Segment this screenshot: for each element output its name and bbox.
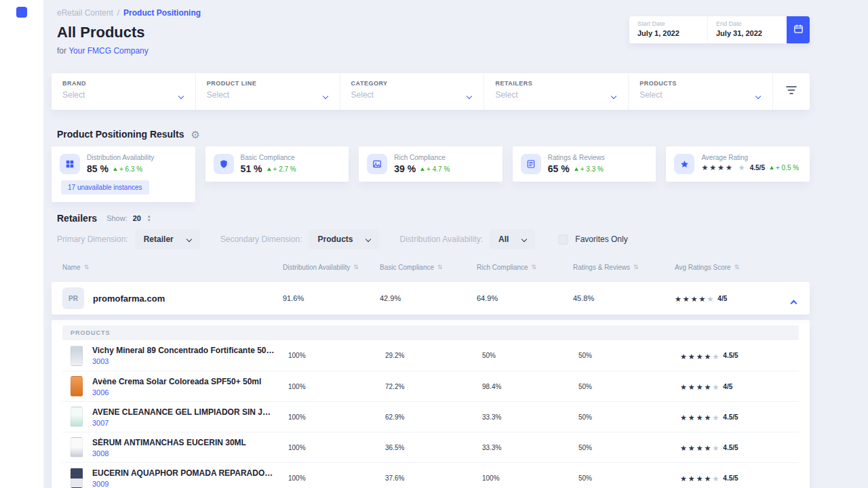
basic-compliance-value: 29.2% [380,352,477,359]
basic-compliance-value: 72.2% [380,383,477,390]
secondary-dimension-select[interactable]: Products [309,229,379,249]
end-date-field[interactable]: End Date July 31, 2022 [708,16,787,43]
chevron-down-icon [186,237,191,242]
star-rating: ★★★★ [680,383,712,391]
filter-products[interactable]: PRODUCTS Select [629,73,773,110]
filter-product-line[interactable]: PRODUCT LINE Select [196,73,340,110]
header-distribution-availability[interactable]: Distribution Availability⇅ [283,264,380,271]
kpi-average-rating: Average Rating ★★★★★ 4.5/5 + 0.5 % [666,146,810,182]
chevron-down-icon [323,89,328,101]
filter-retailers[interactable]: RETAILERS Select [484,73,629,110]
filter-value: Select [62,90,184,100]
left-rail [0,0,43,488]
product-cell: AVENE CLEANANCE GEL LIMPIADOR SIN JABÓN … [62,407,283,427]
rich-compliance-value: 64.9% [477,294,573,302]
basic-compliance-icon [214,154,234,174]
retailer-avatar: PR [62,287,84,309]
show-stepper[interactable]: ▴▾ [148,214,151,222]
favorites-only-label: Favorites Only [575,235,627,244]
gear-icon[interactable]: ⚙ [191,129,199,140]
avg-ratings-cell: ★★★★★ 4.5/5 [675,350,799,362]
filter-value: Select [351,90,473,100]
header-avg-ratings-score[interactable]: Avg Ratings Score⇅ [675,264,799,271]
ratings-reviews-icon [521,154,541,174]
table-header: Name⇅ Distribution Availability⇅ Basic C… [52,262,810,272]
filter-category[interactable]: CATEGORY Select [340,73,485,110]
kpi-distribution-availability: Distribution Availability 85 % + 6.3 % 1… [52,146,195,202]
star-empty: ★ [707,295,713,303]
end-date-value: July 31, 2022 [716,29,778,37]
breadcrumb-current[interactable]: Product Positioning [123,8,201,18]
product-name: EUCERIN AQUAPHOR POMADA REPARADORA 110GR [92,468,275,478]
calendar-button[interactable] [787,16,810,43]
product-cell: Vichy Mineral 89 Concentrado Fortificant… [62,346,283,366]
product-thumbnail [71,437,83,458]
for-label: for [57,46,66,56]
product-code[interactable]: 3003 [92,357,275,365]
page-subtitle: for Your FMCG Company [52,46,868,56]
retailer-row[interactable]: PR promofarma.com 91.6% 42.9% 64.9% 45.8… [52,282,810,314]
product-thumbnail [71,376,83,396]
advanced-filter-button[interactable] [773,73,810,110]
header-name[interactable]: Name⇅ [62,264,283,271]
product-code[interactable]: 3006 [92,388,261,396]
kpi-value: 65 % [548,163,570,174]
chevron-up-icon[interactable] [791,296,796,308]
chevron-down-icon [756,89,760,101]
company-link[interactable]: Your FMCG Company [68,46,149,56]
trend-up-icon [113,167,117,171]
sort-icon: ⇅ [532,264,537,270]
rich-compliance-value: 50% [477,352,573,359]
rating-score: 4/5 [723,383,732,390]
primary-dimension-value: Retailer [144,235,174,244]
retailer-name-cell: PR promofarma.com [62,287,283,309]
chevron-down-icon [467,89,471,101]
unavailable-instances-badge[interactable]: 17 unavailable instances [61,180,149,195]
show-value[interactable]: 20 [133,214,141,222]
kpi-delta: + 2.7 % [267,165,296,173]
distribution-availability-label: Distribution Availability: [399,235,483,244]
product-row: SÉRUM ANTIMANCHAS EUCERIN 30ML 3008 100%… [62,432,799,462]
retailer-name: promofarma.com [93,293,165,304]
rating-score: 4/5 [717,295,727,302]
header-rich-compliance[interactable]: Rich Compliance⇅ [477,264,573,271]
distribution-availability-select[interactable]: All [490,229,535,249]
product-code[interactable]: 3007 [92,419,275,427]
sort-icon: ⇅ [84,264,90,270]
filter-label: BRAND [62,80,184,87]
start-date-label: Start Date [637,20,699,27]
kpi-label: Average Rating [701,154,799,161]
filter-brand[interactable]: BRAND Select [52,73,196,110]
basic-compliance-value: 36.5% [380,444,477,451]
primary-dimension-select[interactable]: Retailer [135,229,200,249]
star-rating: ★★★★ [701,163,733,172]
product-row: AVENE CLEANANCE GEL LIMPIADOR SIN JABÓN … [62,401,799,432]
header-ratings-reviews[interactable]: Ratings & Reviews⇅ [573,264,675,271]
breadcrumb-separator: / [117,8,119,18]
ratings-reviews-value: 50% [573,474,675,482]
sort-icon: ⇅ [353,264,359,270]
filter-bar: BRAND Select PRODUCT LINE Select CATEGOR… [52,73,810,110]
kpi-ratings-reviews: Ratings & Reviews 65 % + 3.3 % [513,146,656,182]
distribution-value: 100% [283,352,380,359]
breadcrumb-parent[interactable]: eRetail Content [57,8,113,18]
star-empty: ★ [712,474,719,483]
kpi-score: 4.5/5 [750,164,765,171]
product-thumbnail [71,346,83,366]
product-row: Avène Crema Solar Coloreada SPF50+ 50ml … [62,371,799,401]
rich-compliance-icon [367,154,387,174]
filter-value: Select [207,90,329,100]
show-label: Show: [106,214,127,222]
average-rating-icon [674,154,694,174]
header-basic-compliance[interactable]: Basic Compliance⇅ [380,264,477,271]
favorites-only-checkbox[interactable] [558,235,568,245]
trend-up-icon [770,166,774,169]
filter-value: Select [495,90,617,100]
kpi-delta: + 4.7 % [420,165,450,173]
app-logo[interactable] [16,7,27,18]
product-code[interactable]: 3009 [92,480,275,488]
product-code[interactable]: 3008 [92,449,246,458]
ratings-reviews-value: 50% [573,444,675,451]
start-date-field[interactable]: Start Date July 1, 2022 [629,16,708,43]
product-thumbnail [71,468,83,488]
